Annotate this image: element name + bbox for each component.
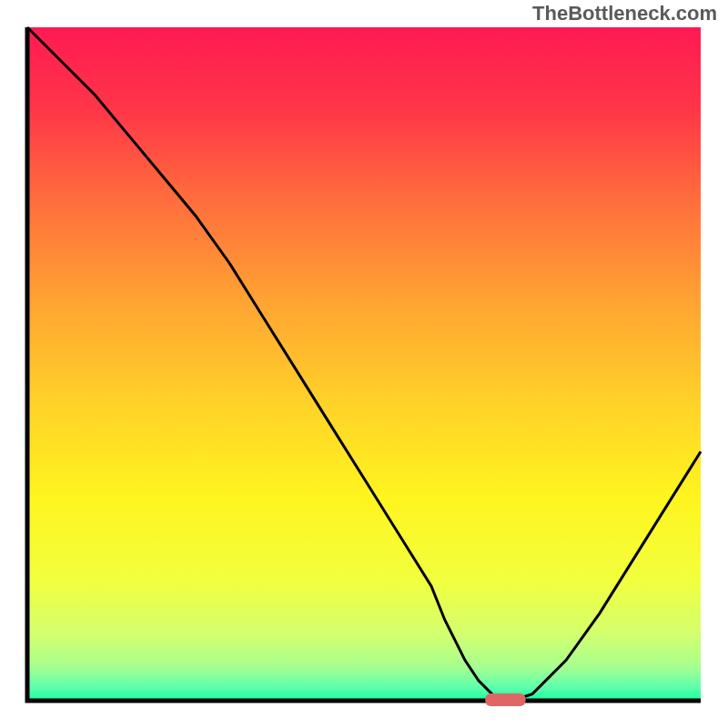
watermark-text: TheBottleneck.com bbox=[532, 2, 717, 25]
bottleneck-chart bbox=[0, 0, 728, 728]
plot-background bbox=[27, 27, 701, 701]
chart-container: TheBottleneck.com bbox=[0, 0, 728, 728]
optimal-marker bbox=[485, 693, 525, 706]
